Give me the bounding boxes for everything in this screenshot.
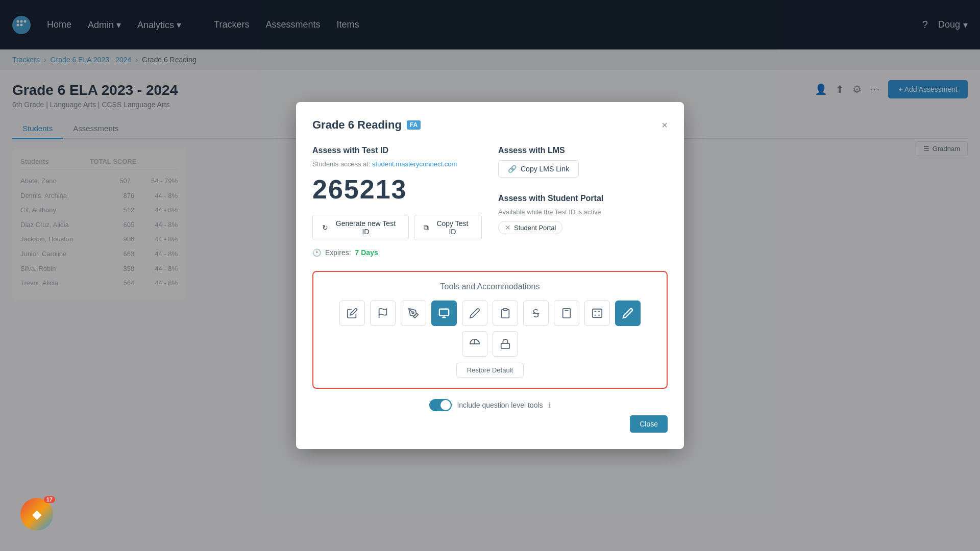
test-id-title: Assess with Test ID — [312, 146, 482, 155]
pencil-active-tool-button[interactable] — [615, 300, 641, 326]
link-icon: 🔗 — [508, 165, 517, 173]
svg-rect-12 — [563, 309, 571, 318]
edit-tool-button[interactable] — [339, 300, 365, 326]
modal-title-badge: FA — [407, 120, 421, 130]
modal-body: Assess with Test ID Students access at: … — [312, 146, 668, 257]
badge-count: 17 — [44, 496, 55, 503]
test-id-link[interactable]: student.masteryconnect.com — [372, 160, 457, 168]
svg-point-6 — [412, 312, 414, 314]
toggle-row: Include question level tools ℹ — [312, 399, 668, 411]
lock-tool-button[interactable] — [493, 331, 518, 357]
svg-rect-33 — [501, 343, 510, 348]
clock-icon: 🕐 — [312, 248, 321, 257]
toggle-label: Include question level tools — [457, 401, 543, 409]
portal-tag-remove[interactable]: ✕ — [505, 223, 511, 232]
portal-tag: ✕ Student Portal — [498, 221, 562, 234]
highlighter-tool-button[interactable] — [401, 300, 426, 326]
test-id-buttons: ↻ Generate new Test ID ⧉ Copy Test ID — [312, 215, 482, 240]
restore-default-button[interactable]: Restore Default — [456, 363, 524, 378]
answer-masking-tool-button[interactable] — [431, 300, 457, 326]
close-button[interactable]: Close — [630, 415, 668, 433]
student-portal-section: Assess with Student Portal Available whi… — [498, 194, 668, 234]
question-level-toggle[interactable] — [429, 399, 452, 411]
test-id-subtitle: Students access at: student.masteryconne… — [312, 160, 482, 168]
right-section: Assess with LMS 🔗 Copy LMS Link Assess w… — [498, 146, 668, 257]
copy-icon: ⧉ — [424, 223, 429, 232]
modal-header: Grade 6 Reading FA × — [312, 118, 668, 132]
modal-title: Grade 6 Reading FA — [312, 118, 421, 132]
calculator-basic-tool-button[interactable] — [554, 300, 579, 326]
refresh-icon: ↻ — [322, 223, 328, 232]
strikethrough-tool-button[interactable] — [523, 300, 549, 326]
copy-lms-link-button[interactable]: 🔗 Copy LMS Link — [498, 160, 579, 178]
assess-modal: Grade 6 Reading FA × Assess with Test ID… — [296, 102, 684, 449]
expires-value: 7 Days — [355, 248, 378, 257]
generate-test-id-button[interactable]: ↻ Generate new Test ID — [312, 215, 409, 240]
portal-subtitle: Available while the Test ID is active — [498, 208, 668, 216]
lms-title: Assess with LMS — [498, 146, 668, 155]
test-id-number: 265213 — [312, 174, 482, 205]
protractor-tool-button[interactable] — [462, 331, 487, 357]
svg-rect-23 — [593, 309, 602, 318]
copy-test-id-button[interactable]: ⧉ Copy Test ID — [414, 215, 482, 240]
info-icon[interactable]: ℹ — [548, 401, 551, 409]
tools-title: Tools and Accommodations — [326, 282, 654, 291]
calculator-sci-tool-button[interactable] — [584, 300, 610, 326]
test-id-section: Assess with Test ID Students access at: … — [312, 146, 482, 257]
tools-grid — [326, 300, 654, 357]
drawing-tool-button[interactable] — [462, 300, 487, 326]
svg-rect-7 — [439, 309, 449, 316]
expires-row: 🕐 Expires: 7 Days — [312, 248, 482, 257]
modal-close-button[interactable]: × — [662, 120, 668, 130]
tools-section: Tools and Accommodations — [312, 271, 668, 389]
floating-badge[interactable]: ◆ 17 — [20, 498, 53, 531]
modal-footer: Close — [312, 415, 668, 433]
reference-tool-button[interactable] — [493, 300, 518, 326]
student-portal-title: Assess with Student Portal — [498, 194, 668, 203]
svg-rect-10 — [503, 309, 507, 311]
flag-tool-button[interactable] — [370, 300, 396, 326]
